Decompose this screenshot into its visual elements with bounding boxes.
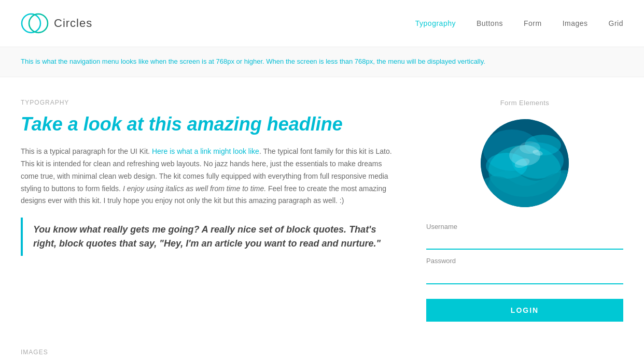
password-input[interactable]: [426, 269, 623, 284]
nav-typography[interactable]: Typography: [415, 18, 456, 29]
notice-bar: This is what the navigation menu looks l…: [0, 47, 644, 77]
paragraph-link[interactable]: Here is what a link might look like: [152, 147, 259, 155]
avatar: [481, 119, 569, 207]
typography-label: Typography: [21, 98, 395, 108]
username-group: Username: [426, 222, 623, 250]
password-group: Password: [426, 256, 623, 284]
images-label: Images: [21, 348, 623, 357]
paragraph-start: This is a typical paragraph for the UI K…: [21, 147, 152, 155]
main-content: Typography Take a look at this amazing h…: [0, 77, 644, 342]
right-column: Form Elements: [426, 98, 623, 322]
login-button[interactable]: LOGIN: [426, 299, 623, 322]
left-column: Typography Take a look at this amazing h…: [21, 98, 426, 322]
main-paragraph: This is a typical paragraph for the UI K…: [21, 146, 395, 207]
nav-grid[interactable]: Grid: [609, 18, 623, 29]
password-label: Password: [426, 256, 623, 267]
header: Circles Typography Buttons Form Images G…: [0, 0, 644, 47]
blockquote: You know what really gets me going? A re…: [21, 218, 395, 256]
nav-form[interactable]: Form: [524, 18, 542, 29]
form-elements-label: Form Elements: [426, 98, 623, 109]
logo-text: Circles: [54, 14, 92, 32]
logo-area: Circles: [21, 9, 92, 37]
notice-text: This is what the navigation menu looks l…: [21, 57, 485, 65]
blockquote-text: You know what really gets me going? A re…: [33, 223, 385, 251]
nav-buttons[interactable]: Buttons: [477, 18, 503, 29]
username-input[interactable]: [426, 234, 623, 250]
main-headline: Take a look at this amazing headline: [21, 113, 395, 135]
username-label: Username: [426, 222, 623, 233]
nav-images[interactable]: Images: [563, 18, 588, 29]
logo-icon: [21, 9, 49, 37]
images-section: Images: [0, 342, 644, 361]
paragraph-italic: I enjoy using italics as well from time …: [123, 184, 266, 193]
main-nav: Typography Buttons Form Images Grid: [415, 18, 623, 29]
